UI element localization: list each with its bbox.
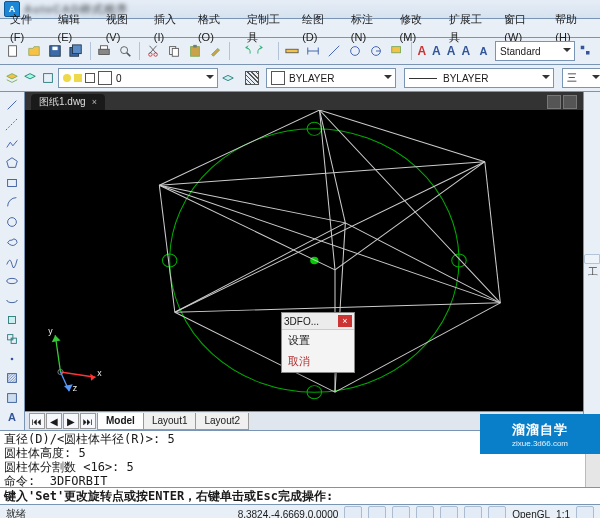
text-a-icon[interactable]: A [459,44,472,58]
print-button[interactable] [95,40,114,62]
ortho-toggle[interactable] [392,506,410,518]
separator [90,42,91,60]
color-value: BYLAYER [289,73,334,84]
redo-button[interactable] [255,40,274,62]
layer-state-button[interactable] [22,67,38,89]
command-line: 命令: _3DFORBIT [4,474,596,488]
layer-props-button[interactable] [4,67,20,89]
make-block-button[interactable] [2,330,22,348]
svg-rect-14 [193,45,197,48]
polygon-tool-button[interactable] [2,155,22,173]
close-icon[interactable]: × [338,315,352,327]
svg-point-30 [8,218,17,227]
layer-combo[interactable]: 0 [58,68,218,88]
svg-rect-6 [101,46,108,50]
context-menu-item-cancel[interactable]: 取消 [282,351,354,372]
tab-nav-next-icon[interactable]: ▶ [63,413,79,429]
dim-3-button[interactable] [346,40,365,62]
right-panel-tab-tools[interactable]: 工 [584,254,600,264]
otrack-toggle[interactable] [464,506,482,518]
text-style-button[interactable]: A [474,40,493,62]
line-tool-button[interactable] [2,96,22,114]
region-tool-button[interactable] [2,389,22,407]
ellipse-arc-button[interactable] [2,291,22,309]
polyline-tool-button[interactable] [2,135,22,153]
open-file-button[interactable] [25,40,44,62]
layer-filter-button[interactable] [40,67,56,89]
revcloud-tool-button[interactable] [2,233,22,251]
close-tab-icon[interactable]: × [92,97,97,107]
snap-toggle[interactable] [344,506,362,518]
tab-nav-last-icon[interactable]: ⏭ [80,413,96,429]
drawing-tab-label: 图纸1.dwg [39,95,86,109]
svg-point-19 [351,47,360,56]
insert-block-button[interactable] [2,311,22,329]
text-a-icon[interactable]: A [430,44,443,58]
point-tool-button[interactable] [2,350,22,368]
lineweight-combo[interactable]: 三 [562,68,600,88]
svg-line-27 [6,118,18,130]
tab-model[interactable]: Model [97,413,144,430]
color-picker-button[interactable] [244,67,264,89]
text-tool-button[interactable]: A [2,409,22,427]
tab-nav-first-icon[interactable]: ⏮ [29,413,45,429]
text-misc-button[interactable] [577,40,596,62]
status-scale-label: 1:1 [556,509,570,519]
label-button[interactable] [388,40,407,62]
undo-button[interactable] [234,40,253,62]
text-a-icon[interactable]: A [445,44,458,58]
linetype-combo[interactable]: BYLAYER [404,68,554,88]
cut-button[interactable] [143,40,162,62]
draw-toolbar: A [0,92,25,430]
dim-2-button[interactable] [325,40,344,62]
text-a-icon[interactable]: A [415,44,428,58]
text-style-combo[interactable]: Standard [495,41,575,61]
spline-tool-button[interactable] [2,252,22,270]
layer-iso-button[interactable] [220,67,236,89]
hatch-tool-button[interactable] [2,369,22,387]
status-extra-button[interactable] [576,506,594,518]
drawing-tab[interactable]: 图纸1.dwg × [31,94,105,110]
lwt-toggle[interactable] [488,506,506,518]
svg-rect-33 [8,335,13,340]
arc-tool-button[interactable] [2,194,22,212]
dim-1-button[interactable] [304,40,323,62]
circle-tool-button[interactable] [2,213,22,231]
grid-toggle[interactable] [368,506,386,518]
main-area: A 图纸1.dwg × [0,92,600,430]
separator [411,42,412,60]
viewport[interactable]: x y z 3DFO... × 设置 取消 [25,110,583,411]
measure-button[interactable] [283,40,302,62]
save-all-button[interactable] [67,40,86,62]
rectangle-tool-button[interactable] [2,174,22,192]
osnap-toggle[interactable] [440,506,458,518]
print-preview-button[interactable] [116,40,135,62]
watermark: 溜溜自学 zixue.3d66.com [480,414,600,454]
canvas-area: 图纸1.dwg × [25,92,583,430]
svg-rect-29 [8,179,17,186]
paste-button[interactable] [185,40,204,62]
tab-nav-prev-icon[interactable]: ◀ [46,413,62,429]
save-button[interactable] [46,40,65,62]
ellipse-tool-button[interactable] [2,272,22,290]
svg-marker-28 [7,158,18,168]
watermark-url: zixue.3d66.com [512,439,568,448]
context-menu-title-label: 3DFO... [284,316,319,327]
svg-point-44 [310,257,318,265]
new-file-button[interactable] [4,40,23,62]
polar-toggle[interactable] [416,506,434,518]
context-menu-item-settings[interactable]: 设置 [282,330,354,351]
svg-rect-13 [190,47,199,57]
copy-button[interactable] [164,40,183,62]
dim-4-button[interactable] [367,40,386,62]
tab-layout1[interactable]: Layout1 [143,413,197,430]
command-prompt[interactable]: 键入'Set'更改旋转点或按ENTER，右键单击或Esc完成操作: [0,488,600,505]
svg-rect-32 [9,316,16,323]
layer-on-icon [63,74,71,82]
layer-color-icon [98,71,112,85]
svg-point-35 [11,357,14,360]
tab-layout2[interactable]: Layout2 [195,413,249,430]
color-combo[interactable]: BYLAYER [266,68,396,88]
match-prop-button[interactable] [206,40,225,62]
construction-line-button[interactable] [2,116,22,134]
